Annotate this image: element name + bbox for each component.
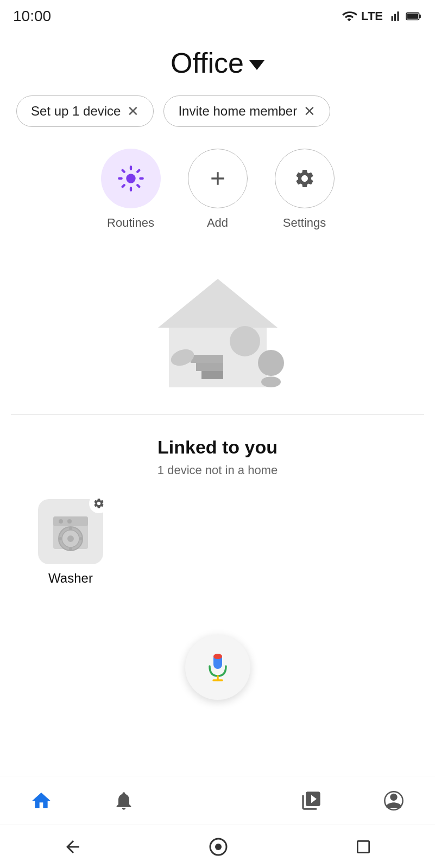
- routines-circle: [101, 149, 161, 208]
- invite-chip-label: Invite home member: [178, 104, 297, 119]
- voice-button[interactable]: [185, 635, 250, 700]
- battery-icon: [406, 9, 422, 24]
- sys-home-icon: [209, 837, 228, 857]
- device-settings-badge[interactable]: [89, 494, 109, 513]
- add-label: Add: [207, 216, 228, 230]
- dropdown-icon[interactable]: [249, 60, 264, 70]
- svg-point-19: [67, 535, 74, 542]
- routines-label: Routines: [107, 216, 154, 230]
- nav-media[interactable]: [289, 784, 333, 817]
- svg-point-3: [126, 174, 135, 183]
- nav-home[interactable]: [20, 784, 63, 817]
- setup-chip-label: Set up 1 device: [31, 104, 121, 119]
- empty-home-graphic: [136, 257, 299, 398]
- setup-chip[interactable]: Set up 1 device ✕: [16, 95, 154, 127]
- status-icons: LTE: [342, 9, 422, 24]
- actions-row: Routines Add Settings: [0, 138, 435, 246]
- voice-button-area: [0, 602, 435, 716]
- header[interactable]: Office: [0, 30, 435, 90]
- svg-marker-4: [158, 279, 278, 328]
- svg-point-11: [261, 376, 281, 387]
- lte-label: LTE: [361, 9, 383, 23]
- signal-icon: [387, 9, 401, 23]
- svg-point-23: [79, 537, 83, 540]
- system-nav: [0, 825, 435, 868]
- home-nav-icon: [30, 790, 52, 812]
- washer-label: Washer: [48, 571, 93, 586]
- svg-rect-7: [191, 355, 223, 363]
- settings-icon: [294, 168, 316, 189]
- linked-subtitle: 1 device not in a home: [16, 463, 419, 477]
- washer-appliance-icon: [49, 510, 92, 553]
- add-circle: [188, 149, 248, 208]
- svg-point-20: [69, 527, 72, 530]
- status-time: 10:00: [13, 8, 51, 25]
- svg-point-15: [59, 519, 63, 524]
- svg-rect-8: [196, 363, 223, 371]
- svg-rect-9: [201, 371, 223, 379]
- settings-circle: [275, 149, 335, 208]
- svg-point-16: [67, 519, 72, 524]
- svg-rect-1: [419, 15, 421, 18]
- house-illustration: [0, 246, 435, 414]
- setup-chip-close[interactable]: ✕: [127, 104, 139, 118]
- microphone-icon: [204, 651, 231, 684]
- nav-profile[interactable]: [372, 784, 415, 817]
- nav-notifications[interactable]: [102, 784, 146, 817]
- settings-action[interactable]: Settings: [275, 149, 335, 230]
- home-title: Office: [171, 47, 244, 79]
- svg-point-30: [215, 844, 222, 850]
- svg-rect-25: [213, 654, 222, 659]
- chips-row: Set up 1 device ✕ Invite home member ✕: [0, 90, 435, 138]
- add-action[interactable]: Add: [188, 149, 248, 230]
- invite-chip[interactable]: Invite home member ✕: [163, 95, 330, 127]
- status-bar: 10:00 LTE: [0, 0, 435, 30]
- sys-home-button[interactable]: [209, 837, 228, 857]
- routines-icon: [117, 164, 145, 193]
- svg-point-6: [230, 326, 260, 356]
- settings-label: Settings: [283, 216, 326, 230]
- washer-device[interactable]: Washer: [27, 494, 114, 591]
- invite-chip-close[interactable]: ✕: [304, 104, 316, 118]
- sys-back-button[interactable]: [63, 837, 83, 857]
- device-settings-icon: [93, 497, 105, 509]
- back-icon: [63, 837, 83, 857]
- svg-rect-2: [407, 14, 418, 19]
- sys-recent-button[interactable]: [355, 838, 372, 856]
- svg-point-22: [59, 537, 62, 540]
- bell-nav-icon: [113, 790, 135, 812]
- routines-action[interactable]: Routines: [101, 149, 161, 230]
- profile-nav-icon: [383, 790, 405, 812]
- media-nav-icon: [300, 790, 322, 812]
- svg-rect-31: [357, 841, 369, 852]
- washer-icon-wrap: [38, 499, 103, 564]
- device-grid: Washer: [16, 494, 419, 591]
- wifi-icon: [342, 9, 357, 24]
- svg-point-21: [69, 547, 72, 551]
- bottom-nav: [0, 776, 435, 825]
- linked-title: Linked to you: [16, 437, 419, 458]
- add-icon: [207, 168, 229, 189]
- linked-section: Linked to you 1 device not in a home: [0, 415, 435, 602]
- sys-recent-icon: [355, 838, 372, 856]
- svg-point-10: [258, 350, 284, 376]
